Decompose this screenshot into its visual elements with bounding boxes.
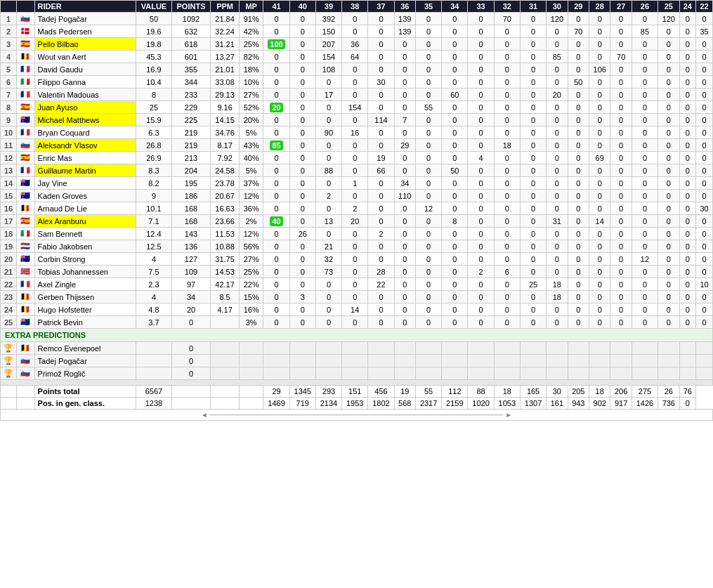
- stage-cell: 22: [368, 278, 394, 291]
- summary-cell: 422: [239, 398, 263, 410]
- stage-cell: 0: [568, 240, 589, 253]
- table-row: 5🇫🇷David Gaudu16.935521.0118%00108000000…: [1, 63, 713, 76]
- rider-name: Axel Zingle: [34, 278, 136, 291]
- extra-predictions-header: EXTRA PREDICTIONS: [1, 329, 713, 342]
- summary-cell: 30: [547, 386, 568, 398]
- stage-cell: 0: [568, 152, 589, 164]
- stage-cell: 0: [632, 152, 658, 164]
- stage-cell: 0: [468, 253, 494, 266]
- stage-cell: 0: [547, 202, 568, 215]
- stage-cell: 0: [632, 164, 658, 177]
- stage-cell: 0: [658, 240, 679, 253]
- col-num: [1, 1, 17, 13]
- stage-cell: 0: [494, 215, 520, 228]
- row-number: 15: [1, 190, 17, 202]
- stage-cell: 0: [289, 253, 315, 266]
- stage-cell: 0: [547, 25, 568, 38]
- stage-cell: 0: [315, 114, 341, 126]
- trophy-icon: 🏆: [1, 342, 17, 355]
- summary-cell: 902: [589, 398, 610, 410]
- row-number: 22: [1, 278, 17, 291]
- stage-cell: 0: [342, 228, 368, 240]
- stage-cell: 0: [368, 240, 394, 253]
- summary-cell: 88: [468, 386, 494, 398]
- stage-cell: 0: [520, 177, 546, 190]
- stage-cell: 0: [368, 316, 394, 329]
- stage-cell: 10: [696, 278, 713, 291]
- stage-cell: 0: [696, 253, 713, 266]
- summary-cell: 0: [679, 398, 696, 410]
- stage-cell: 0: [658, 303, 679, 316]
- stage-cell: 0: [632, 63, 658, 76]
- stage-cell: 0: [468, 13, 494, 25]
- stage-cell: 0: [368, 303, 394, 316]
- table-row: 2🇩🇰Mads Pedersen19.663232.2442%001500013…: [1, 25, 713, 38]
- rider-points: 109: [171, 266, 211, 278]
- extra-rider-name: Primož Roglič: [34, 367, 136, 380]
- rider-mp: 22%: [239, 278, 263, 291]
- col-31: 31: [520, 1, 546, 13]
- stage-cell: 0: [416, 38, 442, 51]
- table-row: 7🇫🇷Valentin Madouas823329.1327%001700006…: [1, 89, 713, 101]
- stage-cell: 0: [520, 303, 546, 316]
- col-26: 26: [632, 1, 658, 13]
- stage-cell: 0: [315, 278, 341, 291]
- stage-cell: 0: [520, 164, 546, 177]
- stage-cell: 0: [610, 13, 632, 25]
- summary-cell: 2159: [442, 398, 468, 410]
- stage-cell: 0: [520, 291, 546, 303]
- stage-cell: 0: [610, 76, 632, 89]
- scroll-indicator[interactable]: ◄ ──────────────────────────────────────…: [1, 410, 713, 421]
- stage-cell: 0: [632, 38, 658, 51]
- stage-cell: 0: [568, 253, 589, 266]
- stage-cell: 0: [589, 164, 610, 177]
- stage-cell: 0: [679, 228, 696, 240]
- stage-cell: 0: [589, 25, 610, 38]
- stage-cell: 0: [468, 291, 494, 303]
- stage-cell: 0: [289, 240, 315, 253]
- stage-cell: 0: [520, 13, 546, 25]
- stage-cell: 0: [632, 13, 658, 25]
- stage-cell: 0: [494, 101, 520, 114]
- stage-cell: 0: [696, 101, 713, 114]
- extra-rider-name: Tadej Pogačar: [34, 355, 136, 367]
- summary-cell: 18: [494, 386, 520, 398]
- stage-cell: 0: [696, 164, 713, 177]
- stage-cell: 0: [394, 266, 415, 278]
- col-flag: [17, 1, 35, 13]
- rider-points: 1092: [171, 13, 211, 25]
- stage-cell: 0: [679, 278, 696, 291]
- stage-cell: 0: [632, 190, 658, 202]
- summary-cell: 165: [520, 386, 546, 398]
- row-number: 25: [1, 316, 17, 329]
- stage-cell: 0: [547, 266, 568, 278]
- stage-cell: 0: [342, 13, 368, 25]
- stage-cell: 0: [679, 76, 696, 89]
- stage-cell: 18: [547, 291, 568, 303]
- rider-value: 2.3: [136, 278, 172, 291]
- stage-cell: 64: [342, 51, 368, 63]
- col-30: 30: [547, 1, 568, 13]
- stage-cell: 0: [610, 164, 632, 177]
- extra-rider-points: 0: [171, 342, 211, 355]
- table-row: 13🇫🇷Guillaume Martin8.320424.585%0088066…: [1, 164, 713, 177]
- stage-cell: 0: [342, 266, 368, 278]
- row-number: 19: [1, 240, 17, 253]
- stage-cell: 0: [679, 190, 696, 202]
- stage-cell: 0: [394, 51, 415, 63]
- stage-cell: 0: [394, 202, 415, 215]
- stage-cell: 0: [696, 114, 713, 126]
- stage-cell: 50: [568, 76, 589, 89]
- stage-cell: 0: [589, 89, 610, 101]
- summary-cell: 275: [632, 386, 658, 398]
- summary-cell: 1020: [468, 398, 494, 410]
- stage-cell: 14: [342, 303, 368, 316]
- rider-ppm: 4.17: [211, 303, 240, 316]
- stage-cell: 0: [547, 139, 568, 152]
- summary-cell: 205: [568, 386, 589, 398]
- rider-value: 50: [136, 13, 172, 25]
- stage-cell: 70: [568, 25, 589, 38]
- stage-cell: 0: [589, 303, 610, 316]
- stage-cell: 0: [263, 303, 289, 316]
- stage-cell: 0: [394, 291, 415, 303]
